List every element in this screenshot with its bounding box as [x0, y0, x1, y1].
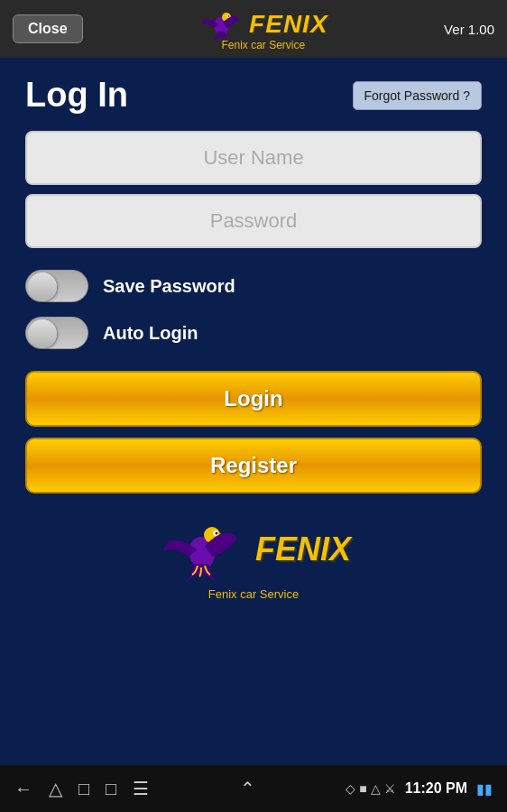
menu-nav-icon[interactable]: ☰	[133, 778, 149, 799]
auto-login-toggle[interactable]	[25, 317, 88, 349]
login-button[interactable]: Login	[25, 371, 482, 427]
page-title: Log In	[25, 76, 128, 115]
bottom-nav-bar: ← △ □ □ ☰ ⌃ ◇ ■ △ ⚔ 11:20 PM ▮▮	[0, 765, 507, 812]
header-logo: FENIX	[198, 6, 327, 42]
forgot-password-button[interactable]: Forgot Password ?	[353, 81, 483, 110]
version-label: Ver 1.00	[444, 22, 494, 37]
status-time: 11:20 PM	[405, 780, 467, 797]
bottom-logo-row: FENIX	[156, 513, 351, 586]
svg-point-9	[215, 532, 217, 535]
close-button[interactable]: Close	[13, 14, 83, 43]
nav-left-icons: ← △ □ □ ☰	[14, 778, 149, 799]
signal-icon: ⚔	[384, 781, 396, 796]
auto-login-row: Auto Login	[25, 317, 482, 349]
brand-title-bottom: FENIX	[255, 531, 351, 568]
warning-icon: △	[371, 781, 381, 796]
top-bar: Close	[0, 0, 507, 58]
circle-icon: ◇	[346, 781, 355, 796]
brand-subtitle-bottom: Fenix car Service	[208, 587, 299, 601]
register-button[interactable]: Register	[25, 438, 482, 494]
battery-icons: ▮▮	[476, 780, 493, 798]
save-password-toggle[interactable]	[25, 270, 88, 302]
recents-nav-icon[interactable]: □	[78, 779, 89, 799]
battery-icon: ▮▮	[476, 780, 493, 798]
main-content: Log In Forgot Password ? Save Password A…	[0, 58, 507, 765]
auto-login-label: Auto Login	[103, 323, 198, 344]
eagle-icon-bottom	[156, 513, 246, 586]
home-nav-icon[interactable]: △	[49, 778, 62, 799]
header-brand: FENIX Fenix car Service	[198, 6, 327, 51]
android-icon: ■	[359, 781, 366, 796]
eagle-icon-top	[198, 6, 244, 42]
bottom-logo: FENIX Fenix car Service	[25, 513, 482, 601]
status-icons: ◇ ■ △ ⚔	[346, 781, 395, 796]
svg-point-4	[228, 15, 230, 17]
toggle-knob-auto	[28, 319, 57, 348]
save-password-label: Save Password	[103, 276, 235, 297]
toggle-knob-save	[28, 272, 57, 301]
login-header-row: Log In Forgot Password ?	[25, 76, 482, 115]
username-input[interactable]	[25, 131, 482, 185]
save-password-row: Save Password	[25, 270, 482, 302]
nav-right-area: ◇ ■ △ ⚔ 11:20 PM ▮▮	[346, 780, 493, 798]
window-nav-icon[interactable]: □	[106, 779, 116, 799]
back-nav-icon[interactable]: ←	[14, 779, 32, 799]
brand-title-top: FENIX	[249, 10, 327, 39]
nav-center-icon[interactable]: ⌃	[240, 778, 255, 799]
password-input[interactable]	[25, 194, 482, 248]
brand-subtitle-top: Fenix car Service	[221, 39, 305, 51]
